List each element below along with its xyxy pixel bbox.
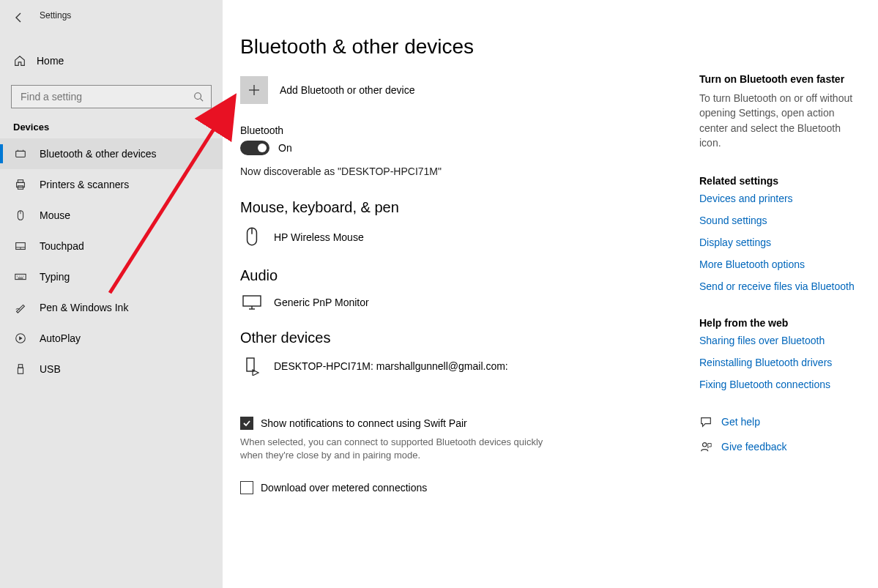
sidebar-item-mouse[interactable]: Mouse bbox=[0, 200, 223, 231]
home-link[interactable]: Home bbox=[0, 47, 223, 75]
svg-rect-34 bbox=[247, 358, 254, 371]
page-title: Bluetooth & other devices bbox=[240, 35, 860, 59]
sidebar-item-label: Printers & scanners bbox=[40, 179, 129, 190]
search-input[interactable] bbox=[19, 90, 185, 103]
device-label: Generic PnP Monitor bbox=[274, 297, 369, 308]
give-feedback-label: Give feedback bbox=[721, 441, 787, 453]
link-fixing-connections[interactable]: Fixing Bluetooth connections bbox=[699, 379, 860, 390]
pen-icon bbox=[13, 301, 28, 314]
sidebar: Settings Home Devices Bluetooth & other … bbox=[0, 0, 223, 588]
svg-point-17 bbox=[23, 276, 23, 277]
autoplay-icon bbox=[13, 332, 28, 345]
link-sound-settings[interactable]: Sound settings bbox=[699, 215, 860, 226]
sidebar-item-usb[interactable]: USB bbox=[0, 354, 223, 384]
metered-label: Download over metered connections bbox=[261, 482, 427, 494]
get-help-label: Get help bbox=[721, 416, 760, 428]
add-device-button[interactable] bbox=[240, 76, 268, 104]
arrow-left-icon bbox=[13, 12, 25, 23]
info-panel: Turn on Bluetooth even faster To turn Bl… bbox=[699, 73, 860, 465]
device-label: HP Wireless Mouse bbox=[274, 231, 364, 243]
bluetooth-toggle[interactable] bbox=[240, 141, 269, 155]
usb-icon bbox=[13, 362, 28, 376]
plus-icon bbox=[248, 83, 261, 97]
feedback-icon bbox=[699, 440, 713, 453]
category-label: Devices bbox=[0, 108, 223, 138]
related-title: Related settings bbox=[699, 175, 860, 187]
sidebar-item-pen[interactable]: Pen & Windows Ink bbox=[0, 292, 223, 323]
sidebar-item-label: Pen & Windows Ink bbox=[40, 302, 128, 313]
metered-row[interactable]: Download over metered connections bbox=[240, 481, 860, 494]
sidebar-item-label: Touchpad bbox=[40, 240, 84, 252]
svg-point-36 bbox=[703, 443, 707, 447]
metered-checkbox[interactable] bbox=[240, 481, 253, 494]
back-button[interactable] bbox=[4, 6, 34, 29]
svg-rect-22 bbox=[18, 368, 23, 373]
sidebar-item-bluetooth[interactable]: Bluetooth & other devices bbox=[0, 138, 223, 169]
sidebar-item-label: Typing bbox=[40, 271, 70, 283]
window-title: Settings bbox=[40, 10, 71, 21]
sidebar-item-autoplay[interactable]: AutoPlay bbox=[0, 323, 223, 354]
svg-point-14 bbox=[17, 276, 18, 277]
home-label: Home bbox=[37, 55, 64, 67]
add-device-label: Add Bluetooth or other device bbox=[280, 84, 414, 96]
link-sharing-files[interactable]: Sharing files over Bluetooth bbox=[699, 335, 860, 346]
sidebar-item-touchpad[interactable]: Touchpad bbox=[0, 231, 223, 261]
chat-icon bbox=[699, 415, 713, 428]
svg-rect-13 bbox=[15, 274, 26, 279]
printer-icon bbox=[13, 178, 28, 191]
sidebar-item-typing[interactable]: Typing bbox=[0, 261, 223, 292]
tip-title: Turn on Bluetooth even faster bbox=[699, 73, 860, 85]
link-more-bluetooth[interactable]: More Bluetooth options bbox=[699, 258, 860, 270]
touchpad-icon bbox=[13, 239, 28, 253]
swift-pair-checkbox[interactable] bbox=[240, 417, 253, 430]
svg-rect-21 bbox=[18, 365, 22, 368]
check-icon bbox=[242, 419, 251, 428]
swift-pair-label: Show notifications to connect using Swif… bbox=[261, 417, 467, 429]
link-display-settings[interactable]: Display settings bbox=[699, 237, 860, 248]
link-reinstall-drivers[interactable]: Reinstalling Bluetooth drivers bbox=[699, 357, 860, 368]
sidebar-item-label: Bluetooth & other devices bbox=[40, 148, 157, 160]
help-title: Help from the web bbox=[699, 317, 860, 329]
monitor-icon bbox=[242, 294, 262, 310]
search-icon bbox=[193, 92, 204, 102]
sidebar-item-label: USB bbox=[40, 363, 61, 375]
svg-rect-2 bbox=[16, 151, 26, 157]
svg-point-16 bbox=[21, 276, 21, 277]
svg-point-0 bbox=[195, 93, 201, 100]
get-help-link[interactable]: Get help bbox=[699, 415, 860, 428]
mouse-device-icon bbox=[242, 226, 262, 248]
svg-rect-6 bbox=[18, 180, 23, 183]
svg-line-1 bbox=[201, 99, 204, 102]
sidebar-item-label: AutoPlay bbox=[40, 332, 81, 344]
home-icon bbox=[13, 54, 26, 67]
link-send-files[interactable]: Send or receive files via Bluetooth bbox=[699, 280, 860, 292]
device-generic-icon bbox=[242, 357, 262, 376]
sidebar-item-label: Mouse bbox=[40, 209, 70, 221]
swift-pair-desc: When selected, you can connect to suppor… bbox=[240, 436, 548, 462]
search-box[interactable] bbox=[11, 85, 212, 108]
keyboard-icon bbox=[13, 270, 28, 283]
svg-marker-35 bbox=[253, 370, 258, 376]
device-label: DESKTOP-HPCI71M: marshallgunnell@gmail.c… bbox=[274, 360, 508, 372]
svg-point-15 bbox=[19, 276, 20, 277]
bluetooth-state: On bbox=[278, 142, 292, 154]
bluetooth-devices-icon bbox=[13, 147, 28, 160]
svg-rect-31 bbox=[243, 296, 261, 306]
give-feedback-link[interactable]: Give feedback bbox=[699, 440, 860, 453]
link-devices-printers[interactable]: Devices and printers bbox=[699, 193, 860, 204]
mouse-icon bbox=[13, 209, 28, 222]
svg-marker-20 bbox=[19, 336, 23, 340]
tip-text: To turn Bluetooth on or off without open… bbox=[699, 91, 860, 150]
sidebar-item-printers[interactable]: Printers & scanners bbox=[0, 169, 223, 200]
